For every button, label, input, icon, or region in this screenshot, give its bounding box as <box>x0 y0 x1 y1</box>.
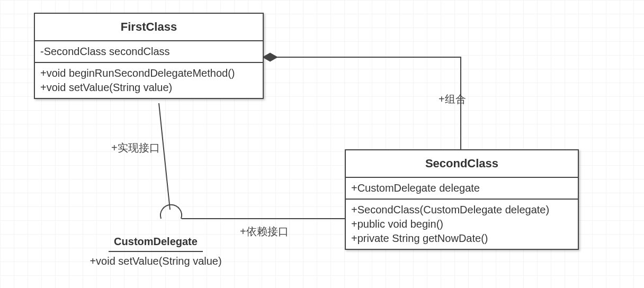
connectors <box>0 0 644 288</box>
label-composition: +组合 <box>439 92 466 106</box>
uml-canvas: FirstClass -SecondClass secondClass +voi… <box>0 0 644 288</box>
svg-marker-0 <box>263 53 278 61</box>
edge-realization <box>159 103 182 219</box>
label-dependency: +依赖接口 <box>240 224 289 239</box>
edge-composition <box>263 53 461 149</box>
label-realization: +实现接口 <box>111 141 160 155</box>
svg-line-1 <box>159 103 170 210</box>
